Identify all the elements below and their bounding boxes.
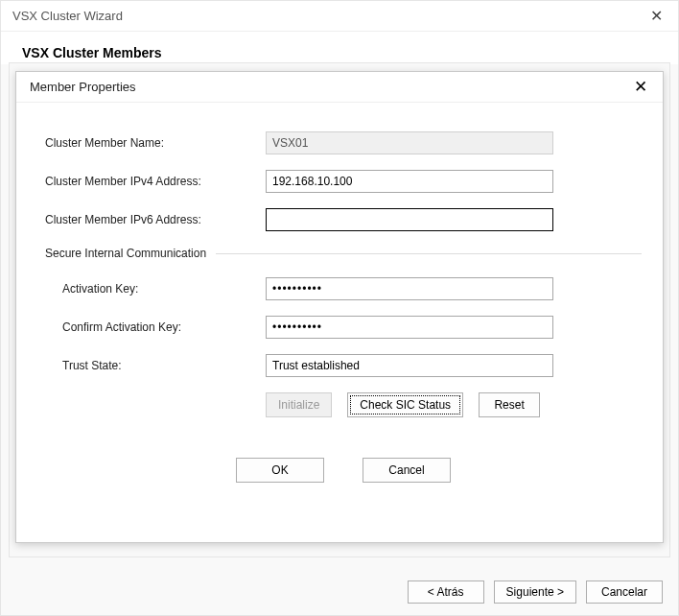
ok-button[interactable]: OK <box>236 458 324 483</box>
member-name-label: Cluster Member Name: <box>45 136 266 150</box>
back-button[interactable]: < Atrás <box>408 580 484 604</box>
cancel-button[interactable]: Cancel <box>363 458 451 483</box>
close-icon[interactable]: ✕ <box>628 77 653 97</box>
trust-state-field <box>266 354 553 377</box>
dialog-title: Member Properties <box>30 80 136 94</box>
activation-key-field[interactable] <box>266 277 553 300</box>
ipv6-address-field[interactable] <box>266 208 553 231</box>
dialog-titlebar: Member Properties ✕ <box>16 72 663 103</box>
initialize-button: Initialize <box>266 392 332 417</box>
section-divider <box>216 253 642 254</box>
wizard-step-title: VSX Cluster Members <box>22 45 657 60</box>
wizard-button-row: < Atrás Siguiente > Cancelar <box>408 580 663 604</box>
ipv4-address-label: Cluster Member IPv4 Address: <box>45 175 266 188</box>
trust-state-label: Trust State: <box>45 359 266 372</box>
wizard-titlebar: VSX Cluster Wizard ✕ <box>1 1 678 32</box>
close-icon[interactable]: ✕ <box>644 7 668 25</box>
sic-section-label: Secure Internal Communication <box>45 247 206 260</box>
confirm-activation-key-label: Confirm Activation Key: <box>45 320 266 334</box>
activation-key-label: Activation Key: <box>45 282 266 296</box>
next-button[interactable]: Siguiente > <box>494 580 576 604</box>
member-properties-dialog: Member Properties ✕ Cluster Member Name:… <box>15 71 664 543</box>
member-name-field <box>266 131 553 154</box>
reset-button[interactable]: Reset <box>479 392 540 417</box>
check-sic-status-button[interactable]: Check SIC Status <box>347 392 463 417</box>
wizard-title: VSX Cluster Wizard <box>12 9 123 23</box>
ipv6-address-label: Cluster Member IPv6 Address: <box>45 213 266 226</box>
confirm-activation-key-field[interactable] <box>266 316 553 339</box>
dialog-body: Cluster Member Name: Cluster Member IPv4… <box>16 103 663 492</box>
ipv4-address-field[interactable] <box>266 170 553 193</box>
wizard-header: VSX Cluster Members <box>1 32 678 64</box>
cancel-wizard-button[interactable]: Cancelar <box>586 580 663 604</box>
